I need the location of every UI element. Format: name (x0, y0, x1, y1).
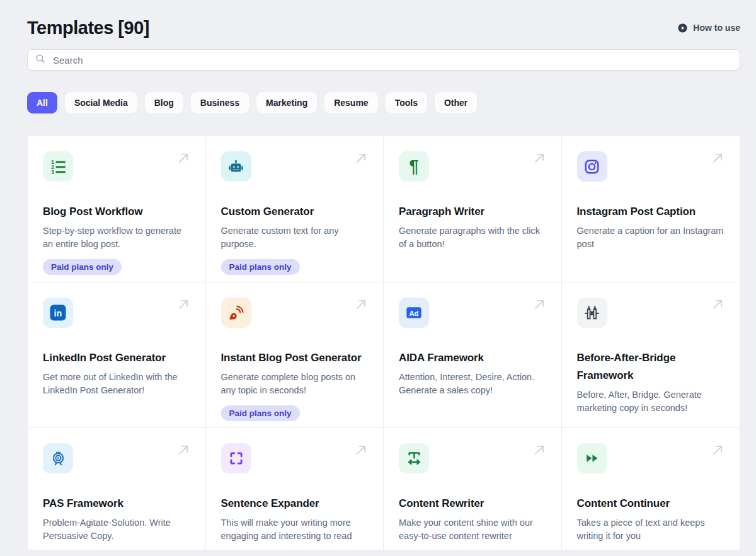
template-title: Instant Blog Post Generator (221, 349, 369, 367)
fast-forward-icon (577, 443, 607, 473)
open-template-arrow-icon[interactable] (710, 297, 725, 315)
template-title: Instagram Post Caption (577, 203, 725, 221)
template-description: Before, After, Bridge. Generate marketin… (577, 388, 725, 415)
filter-chip-business[interactable]: Business (191, 92, 249, 113)
filter-chips: AllSocial MediaBlogBusinessMarketingResu… (27, 92, 740, 113)
expand-icon (221, 443, 251, 473)
template-title: Content Rewriter (399, 495, 546, 513)
templates-grid: 123Blog Post WorkflowStep-by-step workfl… (27, 136, 740, 550)
template-description: Generate paragraphs with the click of a … (399, 224, 546, 251)
template-description: Attention, Interest, Desire, Action. Gen… (399, 371, 546, 397)
template-card-instagram-post-caption[interactable]: Instagram Post CaptionGenerate a caption… (562, 136, 740, 282)
template-card-instant-blog-post-generator[interactable]: Instant Blog Post GeneratorGenerate comp… (206, 282, 384, 428)
template-description: Problem-Agitate-Solution. Write Persuasi… (43, 516, 190, 543)
template-title: LinkedIn Post Generator (43, 349, 190, 367)
template-card-custom-generator[interactable]: Custom GeneratorGenerate custom text for… (206, 136, 384, 282)
search-bar[interactable] (27, 49, 740, 71)
template-title: Blog Post Workflow (43, 203, 190, 221)
open-template-arrow-icon[interactable] (532, 297, 547, 315)
filter-chip-tools[interactable]: Tools (386, 92, 427, 113)
open-template-arrow-icon[interactable] (532, 443, 547, 460)
template-description: Get more out of LinkedIn with the Linked… (43, 371, 190, 397)
target-icon (43, 443, 73, 473)
open-template-arrow-icon[interactable] (710, 151, 725, 168)
bridge-icon (577, 298, 607, 328)
template-card-paragraph-writer[interactable]: ¶Paragraph WriterGenerate paragraphs wit… (384, 136, 562, 282)
open-template-arrow-icon[interactable] (532, 151, 547, 168)
open-template-arrow-icon[interactable] (710, 443, 725, 460)
template-card-content-continuer[interactable]: Content ContinuerTakes a piece of text a… (562, 428, 740, 550)
linkedin-icon: in (43, 298, 73, 328)
open-template-arrow-icon[interactable] (176, 151, 191, 168)
open-template-arrow-icon[interactable] (353, 151, 369, 168)
template-description: This will make your writing more engagin… (221, 516, 369, 543)
filter-chip-social-media[interactable]: Social Media (65, 92, 137, 113)
filter-chip-other[interactable]: Other (435, 92, 477, 113)
template-description: Takes a piece of text and keeps writing … (577, 516, 725, 543)
instagram-icon (577, 151, 607, 182)
template-card-pas-framework[interactable]: PAS FrameworkProblem-Agitate-Solution. W… (28, 428, 206, 550)
template-title: Sentence Expander (221, 495, 369, 513)
open-template-arrow-icon[interactable] (353, 443, 369, 460)
play-circle-icon (677, 23, 688, 33)
template-card-blog-post-workflow[interactable]: 123Blog Post WorkflowStep-by-step workfl… (28, 136, 206, 282)
svg-text:in: in (54, 308, 62, 318)
filter-chip-blog[interactable]: Blog (145, 92, 183, 113)
numbered-list-icon: 123 (43, 151, 73, 182)
paid-plans-badge: Paid plans only (221, 259, 300, 275)
template-title: Before-After-Bridge Framework (577, 349, 725, 385)
open-template-arrow-icon[interactable] (353, 297, 369, 315)
template-card-linkedin-post-generator[interactable]: inLinkedIn Post GeneratorGet more out of… (28, 282, 206, 428)
template-title: Custom Generator (221, 203, 369, 221)
template-card-before-after-bridge-framework[interactable]: Before-After-Bridge FrameworkBefore, Aft… (562, 282, 740, 428)
page: Templates [90] How to use AllSocial Medi… (27, 17, 740, 550)
template-title: PAS Framework (43, 495, 190, 513)
template-title: Paragraph Writer (399, 203, 546, 221)
robot-icon (221, 151, 251, 182)
search-input[interactable] (52, 54, 733, 66)
filter-chip-marketing[interactable]: Marketing (256, 92, 317, 113)
paid-plans-badge: Paid plans only (221, 405, 300, 421)
template-description: Generate complete blog posts on any topi… (221, 371, 369, 397)
filter-chip-all[interactable]: All (27, 92, 57, 113)
page-title: Templates [90] (27, 18, 149, 38)
search-icon (35, 53, 46, 67)
template-title: AIDA Framework (399, 349, 546, 367)
text-width-icon (399, 443, 429, 473)
pen-signal-icon (221, 298, 251, 328)
page-header: Templates [90] How to use (27, 17, 740, 38)
paid-plans-badge: Paid plans only (43, 259, 122, 275)
how-to-use-label: How to use (693, 23, 740, 33)
template-card-aida-framework[interactable]: AdAIDA FrameworkAttention, Interest, Des… (384, 282, 562, 428)
template-card-content-rewriter[interactable]: Content RewriterMake your content shine … (384, 428, 562, 550)
template-description: Generate a caption for an Instagram post (577, 224, 725, 251)
template-title: Content Continuer (577, 495, 725, 513)
pilcrow-icon: ¶ (399, 151, 429, 182)
template-description: Generate custom text for any purpose. (221, 224, 369, 251)
open-template-arrow-icon[interactable] (176, 297, 191, 315)
open-template-arrow-icon[interactable] (176, 443, 191, 460)
template-description: Make your content shine with our easy-to… (399, 516, 546, 543)
how-to-use-link[interactable]: How to use (677, 23, 740, 33)
svg-text:3: 3 (51, 168, 54, 175)
svg-text:Ad: Ad (410, 310, 419, 317)
filter-chip-resume[interactable]: Resume (324, 92, 377, 113)
ad-icon: Ad (399, 298, 429, 328)
template-card-sentence-expander[interactable]: Sentence ExpanderThis will make your wri… (206, 428, 384, 550)
template-description: Step-by-step workflow to generate an ent… (43, 224, 190, 251)
